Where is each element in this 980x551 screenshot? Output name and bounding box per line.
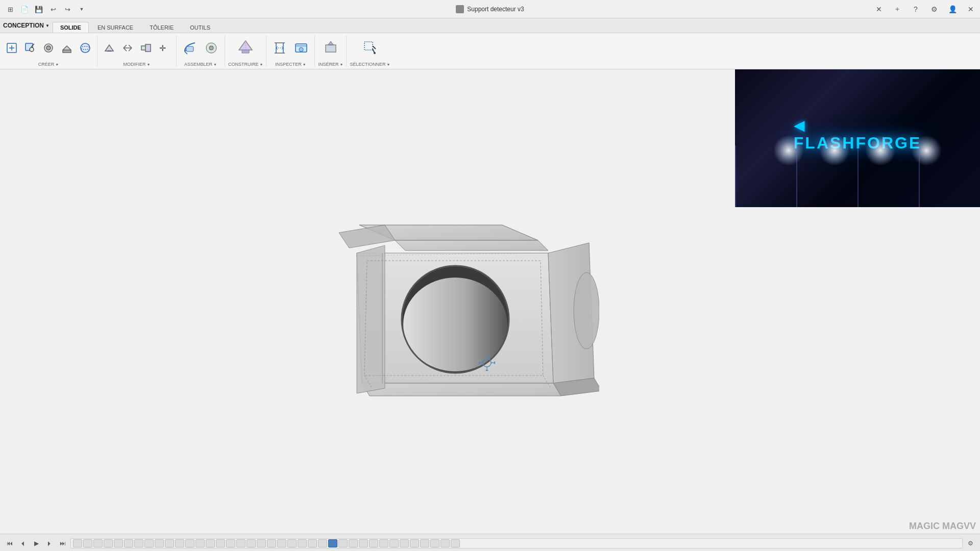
timeline-step[interactable]: [134, 539, 143, 547]
timeline-step[interactable]: [359, 539, 368, 547]
timeline-step[interactable]: [430, 539, 439, 547]
modifier-arrow-icon[interactable]: ▼: [147, 63, 151, 66]
printer-column-1: [735, 145, 796, 208]
inserer-label: INSÉRER ▼: [318, 62, 343, 67]
revolve-button[interactable]: [40, 39, 57, 57]
tab-surface[interactable]: EN SURFACE: [90, 22, 141, 33]
printer-column-4: [919, 145, 980, 208]
timeline-last-button[interactable]: ⏭: [57, 538, 68, 549]
settings-gear-icon[interactable]: ⚙: [925, 0, 943, 18]
timeline-step[interactable]: [369, 539, 378, 547]
printer-column-3: [857, 145, 919, 208]
align-button[interactable]: [137, 39, 155, 57]
tab-solide[interactable]: SOLIDE: [53, 22, 89, 33]
assembler-label-text: ASSEMBLER: [184, 62, 212, 67]
timeline-step[interactable]: [73, 539, 82, 547]
press-pull-button[interactable]: [101, 39, 118, 57]
joint-button[interactable]: [180, 36, 200, 60]
timeline-step[interactable]: [83, 539, 92, 547]
viewport[interactable]: ◀ FLASHFORGE MAGIC MAGVV: [0, 69, 980, 534]
timeline-step[interactable]: [216, 539, 225, 547]
timeline-step[interactable]: [114, 539, 123, 547]
assembler-label: ASSEMBLER ▼: [184, 62, 217, 67]
timeline-step[interactable]: [267, 539, 276, 547]
help-icon[interactable]: ?: [906, 0, 925, 18]
sphere-button[interactable]: [77, 39, 94, 57]
window-close-button[interactable]: ✕: [962, 0, 980, 18]
svg-point-37: [574, 272, 599, 349]
timeline-step[interactable]: [328, 539, 337, 547]
selectionner-label: SÉLECTIONNER ▼: [350, 62, 390, 67]
timeline-step[interactable]: [410, 539, 419, 547]
timeline-step[interactable]: [236, 539, 246, 547]
measure-button[interactable]: [270, 36, 290, 60]
app-grid-icon[interactable]: ⊞: [4, 3, 16, 15]
timeline-step[interactable]: [318, 539, 327, 547]
timeline-step[interactable]: [124, 539, 133, 547]
timeline-step[interactable]: [338, 539, 348, 547]
timeline-step[interactable]: [257, 539, 266, 547]
main-area: ◀ FLASHFORGE MAGIC MAGVV: [0, 69, 980, 534]
timeline-step[interactable]: [155, 539, 164, 547]
3dprint-button[interactable]: ✛: [156, 39, 173, 57]
file-icon[interactable]: 📄: [18, 3, 31, 15]
title-text: Support detecteur v3: [467, 6, 524, 13]
timeline-step[interactable]: [226, 539, 235, 547]
timeline-step[interactable]: [206, 539, 215, 547]
timeline-step[interactable]: [247, 539, 256, 547]
timeline-step[interactable]: [277, 539, 286, 547]
construire-arrow-icon[interactable]: ▼: [260, 63, 263, 66]
timeline-step[interactable]: [451, 539, 460, 547]
select-button[interactable]: [360, 36, 380, 60]
timeline-step[interactable]: [93, 539, 103, 547]
timeline-step[interactable]: [379, 539, 388, 547]
move-button[interactable]: [119, 39, 136, 57]
timeline-step[interactable]: [440, 539, 450, 547]
qa-dropdown-icon[interactable]: ▼: [76, 3, 88, 15]
timeline-step[interactable]: [165, 539, 174, 547]
camera-preview: ◀ FLASHFORGE: [735, 69, 980, 207]
creer-arrow-icon[interactable]: ▼: [55, 63, 59, 66]
conception-menu[interactable]: CONCEPTION ▼: [0, 18, 53, 33]
add-tab-button[interactable]: ＋: [888, 0, 906, 18]
tab-outils[interactable]: OUTILS: [182, 22, 218, 33]
undo-icon[interactable]: ↩: [47, 3, 59, 15]
as-built-joint-button[interactable]: [201, 36, 222, 60]
view-button[interactable]: [291, 36, 311, 60]
timeline-step[interactable]: [185, 539, 194, 547]
insert-derive-button[interactable]: [321, 36, 341, 60]
window-controls: ✕ ＋ ? ⚙ 👤 ✕: [870, 0, 980, 18]
watermark: MAGIC MAGVV: [905, 519, 980, 534]
timeline-step[interactable]: [298, 539, 307, 547]
save-icon[interactable]: 💾: [33, 3, 45, 15]
assembler-arrow-icon[interactable]: ▼: [213, 63, 217, 66]
timeline-step[interactable]: [400, 539, 409, 547]
inspecter-arrow-icon[interactable]: ▼: [303, 63, 306, 66]
timeline-settings-icon[interactable]: ⚙: [965, 538, 976, 549]
timeline-play-button[interactable]: ▶: [31, 538, 42, 549]
tab-tolerie[interactable]: TÔLERIE: [142, 22, 181, 33]
timeline-first-button[interactable]: ⏮: [4, 538, 15, 549]
timeline-step[interactable]: [104, 539, 113, 547]
timeline-step[interactable]: [144, 539, 154, 547]
inserer-arrow-icon[interactable]: ▼: [339, 63, 343, 66]
timeline-step[interactable]: [420, 539, 429, 547]
new-component-button[interactable]: [3, 39, 20, 57]
timeline-step[interactable]: [287, 539, 297, 547]
timeline-step[interactable]: [349, 539, 358, 547]
timeline-step[interactable]: [195, 539, 205, 547]
timeline-track[interactable]: [70, 538, 963, 548]
account-icon[interactable]: 👤: [943, 0, 962, 18]
close-icon[interactable]: ✕: [870, 0, 888, 18]
timeline-step[interactable]: [308, 539, 317, 547]
svg-rect-18: [242, 50, 249, 53]
selectionner-arrow-icon[interactable]: ▼: [386, 63, 390, 66]
extrude-button[interactable]: [58, 39, 76, 57]
timeline-step[interactable]: [389, 539, 399, 547]
timeline-step[interactable]: [175, 539, 184, 547]
sketch-button[interactable]: [21, 39, 39, 57]
timeline-prev-button[interactable]: ⏴: [17, 538, 29, 549]
construire-main-button[interactable]: [235, 36, 256, 60]
timeline-next-button[interactable]: ⏵: [44, 538, 55, 549]
redo-icon[interactable]: ↪: [61, 3, 74, 15]
